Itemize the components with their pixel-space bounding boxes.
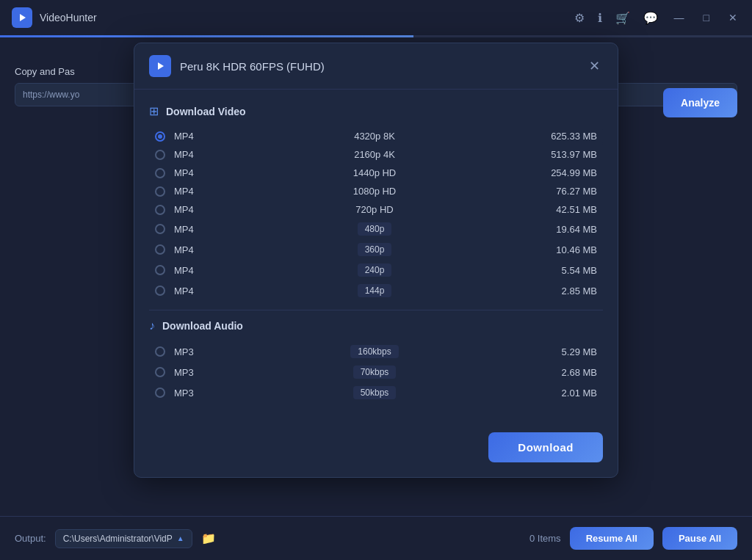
audio-format-row[interactable]: MP3 160kbps 5.29 MB xyxy=(149,341,603,362)
audio-format-row[interactable]: MP3 70kbps 2.68 MB xyxy=(149,362,603,382)
res-text-v4: 1080p HD xyxy=(353,186,397,197)
res-text-v5: 720p HD xyxy=(355,204,393,215)
audio-section-title: Download Audio xyxy=(162,320,243,332)
maximize-button[interactable]: □ xyxy=(701,10,712,25)
download-dialog: Peru 8K HDR 60FPS (FUHD) ✕ ⊞ Download Vi… xyxy=(134,43,618,478)
audio-icon: ♪ xyxy=(149,319,155,332)
video-format-list: MP4 4320p 8K 625.33 MB MP4 2160p 4K 513.… xyxy=(149,127,603,301)
video-format-row[interactable]: MP4 1080p HD 76.27 MB xyxy=(149,182,603,200)
format-res-v3: 1440p HD xyxy=(218,167,531,178)
app-title: VideoHunter xyxy=(40,12,97,23)
res-badge-v9: 144p xyxy=(358,284,392,297)
resume-all-button[interactable]: Resume All xyxy=(570,527,654,550)
audio-format-quality-a3: 50kbps xyxy=(218,386,531,399)
audio-format-row[interactable]: MP3 50kbps 2.01 MB xyxy=(149,382,603,403)
output-label: Output: xyxy=(15,533,46,544)
audio-format-quality-a1: 160kbps xyxy=(218,345,531,358)
format-res-v1: 4320p 8K xyxy=(218,131,531,142)
folder-icon[interactable]: 📁 xyxy=(201,531,216,545)
video-format-row[interactable]: MP4 1440p HD 254.99 MB xyxy=(149,164,603,182)
quality-badge-a1: 160kbps xyxy=(350,345,398,358)
format-name-v3: MP4 xyxy=(174,167,218,178)
radio-a2[interactable] xyxy=(155,367,165,377)
dialog-header: Peru 8K HDR 60FPS (FUHD) ✕ xyxy=(134,43,618,90)
chat-icon[interactable]: 💬 xyxy=(643,11,658,25)
audio-format-name-a3: MP3 xyxy=(174,388,218,399)
section-divider xyxy=(149,310,603,310)
format-name-v4: MP4 xyxy=(174,186,218,197)
format-name-v7: MP4 xyxy=(174,244,218,255)
video-format-row[interactable]: MP4 480p 19.64 MB xyxy=(149,219,603,239)
format-size-v2: 513.97 MB xyxy=(531,149,597,160)
pause-all-button[interactable]: Pause All xyxy=(662,527,737,550)
radio-a3[interactable] xyxy=(155,388,165,398)
video-format-row[interactable]: MP4 2160p 4K 513.97 MB xyxy=(149,145,603,164)
audio-format-name-a1: MP3 xyxy=(174,346,218,357)
download-button[interactable]: Download xyxy=(488,432,603,462)
audio-format-quality-a2: 70kbps xyxy=(218,366,531,379)
radio-v6[interactable] xyxy=(155,224,165,234)
video-format-row[interactable]: MP4 720p HD 42.51 MB xyxy=(149,200,603,219)
format-res-v5: 720p HD xyxy=(218,204,531,215)
res-text-v2: 2160p 4K xyxy=(354,149,395,160)
path-arrow-icon: ▲ xyxy=(177,534,184,542)
format-name-v6: MP4 xyxy=(174,224,218,235)
dialog-close-button[interactable]: ✕ xyxy=(586,55,603,77)
download-btn-container: Download xyxy=(134,421,618,477)
radio-v2[interactable] xyxy=(155,150,165,160)
bottom-bar: Output: C:\Users\Administrator\VidP ▲ 📁 … xyxy=(0,516,752,560)
radio-v1[interactable] xyxy=(155,131,165,142)
quality-badge-a3: 50kbps xyxy=(353,386,397,399)
audio-format-size-a3: 2.01 MB xyxy=(531,388,597,399)
radio-v7[interactable] xyxy=(155,244,165,255)
format-size-v6: 19.64 MB xyxy=(531,224,597,235)
radio-v9[interactable] xyxy=(155,286,165,296)
items-count: 0 Items xyxy=(529,533,561,544)
format-size-v3: 254.99 MB xyxy=(531,167,597,178)
res-badge-v6: 480p xyxy=(358,222,392,236)
format-size-v1: 625.33 MB xyxy=(531,131,597,142)
audio-format-size-a1: 5.29 MB xyxy=(531,346,597,357)
title-bar: VideoHunter ⚙ ℹ 🛒 💬 — □ ✕ xyxy=(0,0,752,35)
format-size-v7: 10.46 MB xyxy=(531,244,597,255)
format-name-v5: MP4 xyxy=(174,204,218,215)
video-format-row[interactable]: MP4 360p 10.46 MB xyxy=(149,239,603,260)
dialog-title: Peru 8K HDR 60FPS (FUHD) xyxy=(180,60,325,73)
audio-format-list: MP3 160kbps 5.29 MB MP3 70kbps 2.68 MB xyxy=(149,341,603,403)
info-icon[interactable]: ℹ xyxy=(598,11,602,25)
video-section-header: ⊞ Download Video xyxy=(149,104,603,118)
cart-icon[interactable]: 🛒 xyxy=(615,11,630,25)
minimize-button[interactable]: — xyxy=(671,10,687,25)
dialog-content: ⊞ Download Video MP4 4320p 8K 625.33 MB … xyxy=(134,90,618,421)
video-format-row[interactable]: MP4 144p 2.85 MB xyxy=(149,280,603,301)
format-name-v8: MP4 xyxy=(174,265,218,276)
dialog-logo xyxy=(149,55,171,77)
video-format-row[interactable]: MP4 4320p 8K 625.33 MB xyxy=(149,127,603,145)
radio-v4[interactable] xyxy=(155,186,165,197)
format-size-v5: 42.51 MB xyxy=(531,204,597,215)
radio-a1[interactable] xyxy=(155,346,165,357)
format-res-v2: 2160p 4K xyxy=(218,149,531,160)
quality-badge-a2: 70kbps xyxy=(353,366,397,379)
settings-icon[interactable]: ⚙ xyxy=(574,11,585,25)
format-name-v2: MP4 xyxy=(174,149,218,160)
res-badge-v8: 240p xyxy=(358,263,392,277)
dialog-overlay: Peru 8K HDR 60FPS (FUHD) ✕ ⊞ Download Vi… xyxy=(0,35,752,516)
res-text-v1: 4320p 8K xyxy=(354,131,395,142)
video-section-title: Download Video xyxy=(166,106,246,117)
format-name-v9: MP4 xyxy=(174,286,218,297)
format-size-v4: 76.27 MB xyxy=(531,186,597,197)
radio-v3[interactable] xyxy=(155,168,165,178)
res-text-v3: 1440p HD xyxy=(353,167,397,178)
radio-v5[interactable] xyxy=(155,205,165,215)
format-res-v4: 1080p HD xyxy=(218,186,531,197)
app-logo xyxy=(12,7,32,28)
format-size-v9: 2.85 MB xyxy=(531,286,597,297)
output-path-selector[interactable]: C:\Users\Administrator\VidP ▲ xyxy=(55,529,192,548)
format-size-v8: 5.54 MB xyxy=(531,265,597,276)
window-controls: ⚙ ℹ 🛒 💬 — □ ✕ xyxy=(574,10,740,25)
video-format-row[interactable]: MP4 240p 5.54 MB xyxy=(149,260,603,280)
radio-v8[interactable] xyxy=(155,265,165,275)
video-icon: ⊞ xyxy=(149,104,159,118)
close-button[interactable]: ✕ xyxy=(726,10,740,25)
